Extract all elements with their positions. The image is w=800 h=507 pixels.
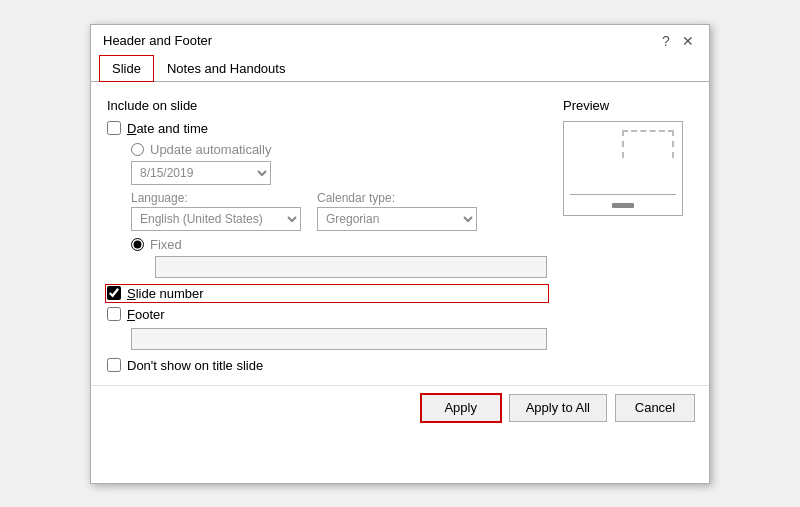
slide-number-label[interactable]: Slide number	[127, 286, 204, 301]
indent-section: Update automatically 8/15/2019 Language:…	[131, 142, 547, 278]
language-group: Language: English (United States)	[131, 191, 301, 231]
help-icon[interactable]: ?	[657, 33, 675, 49]
preview-header-dashes	[622, 130, 674, 158]
apply-to-all-button[interactable]: Apply to All	[509, 394, 607, 422]
preview-section: Preview	[563, 98, 693, 373]
calendar-select[interactable]: Gregorian	[317, 207, 477, 231]
language-select[interactable]: English (United States)	[131, 207, 301, 231]
tabs-row: Slide Notes and Handouts	[91, 55, 709, 82]
tab-slide[interactable]: Slide	[99, 55, 154, 82]
group-label: Include on slide	[107, 98, 547, 113]
footer-text-input[interactable]	[131, 328, 547, 350]
dont-show-checkbox[interactable]	[107, 358, 121, 372]
footer-input-row	[131, 328, 547, 350]
footer-row: Footer	[107, 307, 547, 322]
fixed-radio[interactable]	[131, 238, 144, 251]
date-select-row: 8/15/2019	[131, 161, 547, 185]
language-label: Language:	[131, 191, 301, 205]
preview-bottom-line	[570, 194, 676, 195]
slide-number-row: Slide number	[107, 286, 547, 301]
footer-checkbox[interactable]	[107, 307, 121, 321]
tab-notes-handouts[interactable]: Notes and Handouts	[154, 55, 299, 82]
fixed-text-input[interactable]	[155, 256, 547, 278]
update-auto-row: Update automatically	[131, 142, 547, 157]
fixed-row: Fixed	[131, 237, 547, 252]
date-time-label[interactable]: Date and time	[127, 121, 208, 136]
lang-cal-row: Language: English (United States) Calend…	[131, 191, 547, 231]
slide-number-checkbox[interactable]	[107, 286, 121, 300]
date-select[interactable]: 8/15/2019	[131, 161, 271, 185]
calendar-label: Calendar type:	[317, 191, 477, 205]
date-time-row: Date and time	[107, 121, 547, 136]
date-time-checkbox[interactable]	[107, 121, 121, 135]
fixed-input-row	[155, 256, 547, 278]
titlebar-icons: ? ✕	[657, 33, 697, 49]
apply-button[interactable]: Apply	[421, 394, 501, 422]
footer-label[interactable]: Footer	[127, 307, 165, 322]
close-icon[interactable]: ✕	[679, 33, 697, 49]
dialog-bottom: Apply Apply to All Cancel	[91, 385, 709, 434]
fixed-label: Fixed	[150, 237, 182, 252]
main-section: Include on slide Date and time Update au…	[107, 98, 547, 373]
preview-box	[563, 121, 683, 216]
calendar-group: Calendar type: Gregorian	[317, 191, 477, 231]
dont-show-label[interactable]: Don't show on title slide	[127, 358, 263, 373]
dialog-body: Include on slide Date and time Update au…	[91, 82, 709, 385]
header-footer-dialog: Header and Footer ? ✕ Slide Notes and Ha…	[90, 24, 710, 484]
update-auto-label: Update automatically	[150, 142, 271, 157]
dialog-title: Header and Footer	[103, 33, 212, 48]
update-auto-radio[interactable]	[131, 143, 144, 156]
dialog-titlebar: Header and Footer ? ✕	[91, 25, 709, 55]
preview-slide-number-bar	[612, 203, 634, 208]
dont-show-row: Don't show on title slide	[107, 358, 547, 373]
preview-label: Preview	[563, 98, 693, 113]
cancel-button[interactable]: Cancel	[615, 394, 695, 422]
